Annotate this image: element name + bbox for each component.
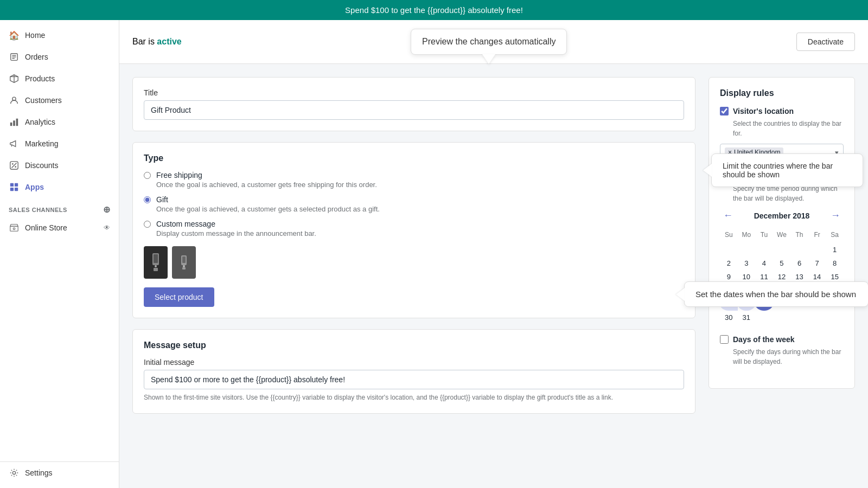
cal-day[interactable]: 5 [773, 256, 791, 270]
svg-point-19 [13, 228, 15, 230]
content-area: Title Type Limit the countries where the… [119, 64, 868, 488]
radio-free-shipping-input[interactable] [144, 172, 151, 179]
select-product-button[interactable]: Select product [144, 287, 214, 307]
initial-message-input[interactable] [144, 370, 684, 389]
svg-rect-7 [10, 123, 12, 126]
sidebar-item-home[interactable]: 🏠 Home [0, 24, 119, 46]
sidebar-item-apps[interactable]: Apps [0, 176, 119, 198]
deactivate-button[interactable]: Deactivate [796, 33, 855, 51]
sidebar-item-online-store[interactable]: Online Store 👁 [0, 217, 119, 239]
online-store-eye-icon: 👁 [104, 224, 110, 232]
product-icon-2 [172, 246, 196, 279]
cal-day[interactable] [808, 243, 826, 256]
day-header-su: Su [720, 229, 738, 243]
radio-gift-input[interactable] [144, 196, 151, 203]
sidebar-label-online-store: Online Store [25, 223, 67, 232]
calendar-grid: Su Mo Tu We Th Fr Sa [720, 229, 844, 324]
free-shipping-desc: Once the goal is achieved, a customer ge… [156, 181, 377, 189]
cal-day[interactable] [738, 243, 756, 256]
cal-day[interactable] [826, 311, 844, 324]
right-panel: Display rules Visitor's location Select … [709, 77, 855, 475]
svg-rect-8 [13, 120, 15, 126]
svg-point-11 [15, 166, 16, 168]
sidebar-label-analytics: Analytics [25, 118, 55, 126]
bar-status-row: Bar is active Preview the changes automa… [119, 20, 868, 64]
countries-tooltip: Limit the countries where the bar should… [711, 153, 863, 187]
svg-rect-18 [10, 226, 18, 231]
title-input[interactable] [144, 100, 684, 120]
cal-day[interactable]: 3 [738, 256, 756, 270]
cal-day[interactable]: 8 [826, 256, 844, 270]
cal-day[interactable]: 31 [738, 311, 756, 324]
sidebar-item-customers[interactable]: Customers [0, 89, 119, 111]
days-of-week-header: Days of the week [720, 335, 844, 344]
svg-rect-22 [154, 254, 158, 263]
day-header-th: Th [790, 229, 808, 243]
title-label: Title [144, 88, 684, 97]
day-header-fr: Fr [808, 229, 826, 243]
cal-day[interactable] [808, 311, 826, 324]
message-setup-card: Message setup Initial message Shown to t… [132, 329, 695, 414]
cal-day[interactable] [790, 311, 808, 324]
free-shipping-label: Free shipping [156, 171, 377, 179]
cal-day[interactable]: 30 [720, 311, 738, 324]
next-month-button[interactable]: → [827, 209, 844, 222]
gift-desc: Once the goal is achieved, a customer ge… [156, 205, 380, 213]
sidebar: 🏠 Home Orders Products Customers Anal [0, 20, 119, 488]
sidebar-label-products: Products [25, 74, 55, 83]
product-icons [144, 246, 684, 279]
sidebar-label-home: Home [25, 31, 45, 40]
discounts-icon [9, 160, 20, 171]
calendar-nav: ← December 2018 → [720, 209, 844, 222]
svg-rect-24 [154, 268, 158, 271]
initial-message-label: Initial message [144, 358, 684, 367]
announcement-bar: Spend $100 to get the {{product}} absolu… [0, 0, 868, 20]
add-sales-channel-btn[interactable]: ⊕ [103, 204, 111, 215]
svg-rect-15 [15, 183, 18, 187]
cal-day[interactable] [773, 243, 791, 256]
sidebar-item-discounts[interactable]: Discounts [0, 155, 119, 176]
prev-month-button[interactable]: ← [720, 209, 736, 222]
visitor-location-header: Visitor's location [720, 107, 844, 115]
announcement-text: Spend $100 to get the {{product}} absolu… [345, 5, 523, 15]
visitor-location-title: Visitor's location [733, 107, 794, 115]
sidebar-item-settings[interactable]: Settings [0, 462, 119, 484]
display-rules-title: Display rules [720, 88, 844, 98]
sidebar-item-marketing[interactable]: Marketing [0, 133, 119, 155]
cal-day[interactable]: 7 [808, 256, 826, 270]
table-row: 2 3 4 5 6 7 8 [720, 256, 844, 270]
cal-day[interactable] [755, 243, 773, 256]
left-panel: Title Type Limit the countries where the… [132, 77, 695, 475]
visitor-location-checkbox[interactable] [720, 107, 729, 115]
preview-tooltip: Preview the changes automatically [411, 29, 567, 55]
apps-icon [9, 182, 20, 192]
svg-point-20 [12, 471, 15, 474]
cal-day[interactable]: 2 [720, 256, 738, 270]
gift-label: Gift [156, 195, 380, 204]
cal-day[interactable]: 4 [755, 256, 773, 270]
sidebar-item-orders[interactable]: Orders [0, 46, 119, 68]
cal-day[interactable] [773, 311, 791, 324]
online-store-icon [9, 222, 20, 233]
day-header-sa: Sa [826, 229, 844, 243]
products-icon [9, 73, 20, 84]
cal-day[interactable]: 6 [790, 256, 808, 270]
radio-free-shipping: Free shipping Once the goal is achieved,… [144, 171, 684, 189]
svg-point-27 [183, 265, 185, 267]
sidebar-label-settings: Settings [25, 468, 53, 477]
cal-day[interactable] [720, 243, 738, 256]
custom-message-label: Custom message [156, 220, 316, 228]
sidebar-label-discounts: Discounts [25, 161, 58, 170]
days-of-week-desc: Specify the days during which the bar wi… [733, 347, 844, 367]
sidebar-item-products[interactable]: Products [0, 68, 119, 89]
sidebar-item-analytics[interactable]: Analytics [0, 111, 119, 133]
cal-day[interactable] [790, 243, 808, 256]
date-tooltip: Set the dates when the bar should be sho… [684, 281, 868, 307]
day-header-tu: Tu [755, 229, 773, 243]
status-badge: active [157, 37, 181, 46]
radio-custom-message-input[interactable] [144, 221, 151, 228]
cal-day[interactable]: 1 [826, 243, 844, 256]
svg-rect-26 [182, 256, 186, 263]
days-of-week-checkbox[interactable] [720, 335, 729, 344]
cal-day[interactable] [755, 311, 773, 324]
